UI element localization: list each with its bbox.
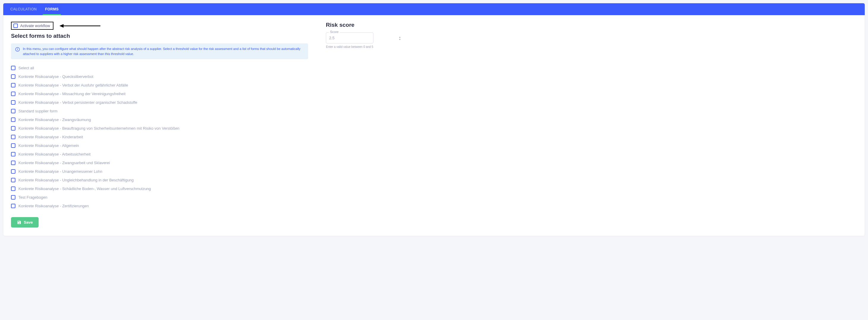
main-card: CALCULATION FORMS Activate workflow Sele… <box>3 3 865 236</box>
form-label: Konkrete Risikoanalyse - Verbot persiste… <box>19 100 137 105</box>
score-field-label: Score <box>329 30 340 34</box>
activate-workflow-box: Activate workflow <box>11 22 54 30</box>
form-label: Konkrete Risikoanalyse - Quecksilberverb… <box>19 74 93 79</box>
form-checkbox[interactable] <box>11 74 16 79</box>
form-label: Konkrete Risikoanalyse - Zwangsarbeit un… <box>19 161 110 165</box>
form-checkbox[interactable] <box>11 204 16 208</box>
tab-bar: CALCULATION FORMS <box>3 3 865 15</box>
form-label: Konkrete Risikoanalyse - Beauftragung vo… <box>19 126 179 130</box>
form-checkbox[interactable] <box>11 92 16 96</box>
form-label: Konkrete Risikoanalyse - Zwangsräumung <box>19 117 91 122</box>
form-label: Konkrete Risikoanalyse - Zertifizierunge… <box>19 204 89 208</box>
score-spinner: ▲ ▼ <box>398 36 401 40</box>
form-checkbox[interactable] <box>11 100 16 105</box>
section-title: Select forms to attach <box>11 33 308 39</box>
form-checkbox[interactable] <box>11 178 16 182</box>
activate-workflow-checkbox[interactable] <box>13 24 18 28</box>
tab-calculation[interactable]: CALCULATION <box>6 3 41 15</box>
form-label: Konkrete Risikoanalyse - Kinderarbeit <box>19 135 83 139</box>
form-item: Standard supplier form <box>11 109 308 113</box>
form-checkbox[interactable] <box>11 143 16 148</box>
form-checkbox[interactable] <box>11 126 16 130</box>
form-item: Konkrete Risikoanalyse - Allgemein <box>11 143 308 148</box>
form-label: Konkrete Risikoanalyse - Unangemessener … <box>19 169 102 174</box>
form-item: Konkrete Risikoanalyse - Zwangsarbeit un… <box>11 161 308 165</box>
spinner-up[interactable]: ▲ <box>398 36 401 38</box>
form-label: Konkrete Risikoanalyse - Missachtung der… <box>19 92 126 96</box>
form-checkbox[interactable] <box>11 83 16 87</box>
info-text: In this menu, you can configure what sho… <box>23 47 304 56</box>
pointer-arrow-icon <box>59 24 101 28</box>
form-checkbox[interactable] <box>11 109 16 113</box>
form-label: Standard supplier form <box>19 109 58 113</box>
form-item: Konkrete Risikoanalyse - Schädliche Bode… <box>11 186 308 191</box>
form-checkbox[interactable] <box>11 161 16 165</box>
form-item: Konkrete Risikoanalyse - Verbot persiste… <box>11 100 308 105</box>
score-helper-text: Enter a valid value between 0 and 5 <box>326 45 373 49</box>
form-label: Konkrete Risikoanalyse - Verbot der Ausf… <box>19 83 128 87</box>
form-label: Konkrete Risikoanalyse - Allgemein <box>19 143 79 148</box>
form-item: Konkrete Risikoanalyse - Zertifizierunge… <box>11 204 308 208</box>
risk-score-title: Risk score <box>326 22 403 28</box>
form-item: Konkrete Risikoanalyse - Quecksilberverb… <box>11 74 308 79</box>
form-item: Konkrete Risikoanalyse - Kinderarbeit <box>11 135 308 139</box>
form-label: Konkrete Risikoanalyse - Schädliche Bode… <box>19 186 151 191</box>
activate-workflow-label: Activate workflow <box>20 24 50 28</box>
form-item: Konkrete Risikoanalyse - Zwangsräumung <box>11 117 308 122</box>
forms-list: Select allKonkrete Risikoanalyse - Queck… <box>11 66 308 208</box>
spinner-down[interactable]: ▼ <box>398 38 401 40</box>
form-item: Konkrete Risikoanalyse - Arbeitssicherhe… <box>11 152 308 156</box>
score-input[interactable] <box>326 32 373 43</box>
form-label: Test Fragebogen <box>19 195 48 200</box>
form-checkbox[interactable] <box>11 169 16 174</box>
tab-forms[interactable]: FORMS <box>41 3 63 15</box>
save-button[interactable]: Save <box>11 217 39 228</box>
content-area: Activate workflow Select forms to attach… <box>3 15 865 236</box>
form-label: Select all <box>19 66 34 70</box>
svg-marker-1 <box>59 24 64 28</box>
form-checkbox[interactable] <box>11 195 16 200</box>
form-label: Konkrete Risikoanalyse - Arbeitssicherhe… <box>19 152 91 156</box>
save-button-label: Save <box>24 220 33 225</box>
info-icon <box>15 47 20 52</box>
score-field-wrap: Score ▲ ▼ <box>326 32 403 43</box>
info-box: In this menu, you can configure what sho… <box>11 43 308 59</box>
form-checkbox[interactable] <box>11 186 16 191</box>
form-checkbox[interactable] <box>11 152 16 156</box>
form-label: Konkrete Risikoanalyse - Ungleichbehandl… <box>19 178 134 182</box>
form-item: Konkrete Risikoanalyse - Missachtung der… <box>11 92 308 96</box>
form-checkbox[interactable] <box>11 117 16 122</box>
form-item: Konkrete Risikoanalyse - Ungleichbehandl… <box>11 178 308 182</box>
save-icon <box>17 220 21 225</box>
activate-row: Activate workflow <box>11 22 308 30</box>
form-item: Konkrete Risikoanalyse - Verbot der Ausf… <box>11 83 308 87</box>
form-checkbox[interactable] <box>11 66 16 70</box>
form-item: Test Fragebogen <box>11 195 308 200</box>
form-item: Konkrete Risikoanalyse - Unangemessener … <box>11 169 308 174</box>
form-item: Konkrete Risikoanalyse - Beauftragung vo… <box>11 126 308 130</box>
left-column: Activate workflow Select forms to attach… <box>11 22 308 228</box>
right-column: Risk score Score ▲ ▼ Enter a valid value… <box>326 22 403 49</box>
form-checkbox[interactable] <box>11 135 16 139</box>
svg-point-4 <box>18 48 18 49</box>
form-item: Select all <box>11 66 308 70</box>
